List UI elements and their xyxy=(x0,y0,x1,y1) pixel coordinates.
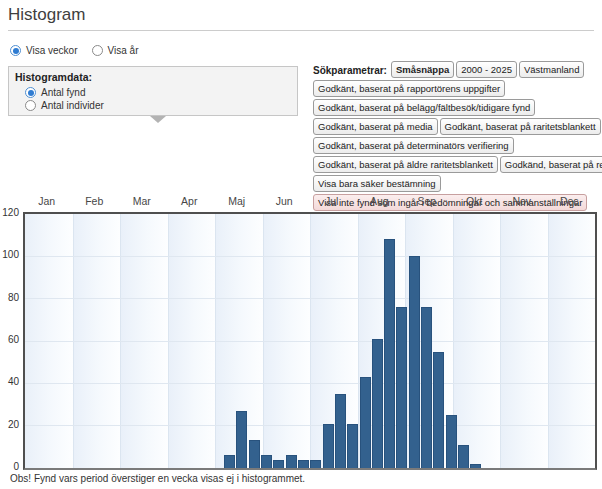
radio-label: Visa år xyxy=(108,45,139,56)
histogram-bar-week-29 xyxy=(335,394,346,468)
histogram-bar-week-38 xyxy=(446,415,457,468)
search-params-label: Sökparametrar: xyxy=(313,65,387,76)
histogram-bar-week-23 xyxy=(261,455,272,468)
histogram-bar-week-21 xyxy=(236,411,247,468)
histogram-bar-week-36 xyxy=(421,307,432,468)
search-parameter-tag: Godkänd, baserat på referens xyxy=(500,156,602,173)
view-option-visa-veckor[interactable]: Visa veckor xyxy=(10,45,78,56)
histogramdata-option-antal-individer[interactable]: Antal individer xyxy=(25,100,297,111)
radio-label: Antal fynd xyxy=(41,87,85,98)
radio-label: Visa veckor xyxy=(26,45,78,56)
histogram-bar-week-26 xyxy=(298,460,309,468)
histogram-bar-week-25 xyxy=(286,455,297,468)
search-parameter-tag: Småsnäppa xyxy=(391,61,454,78)
gridline xyxy=(25,383,595,384)
month-label: Nov xyxy=(498,195,546,207)
histogram-bar-week-34 xyxy=(396,307,407,468)
gridline xyxy=(25,425,595,426)
month-label: Jun xyxy=(261,195,309,207)
month-label: Aug xyxy=(356,195,404,207)
month-label: Sep xyxy=(403,195,451,207)
y-axis-tick-label: 60 xyxy=(0,334,19,345)
y-axis-tick-label: 20 xyxy=(0,419,19,430)
month-label: Maj xyxy=(213,195,261,207)
y-axis-tick-label: 0 xyxy=(0,461,19,472)
search-parameter-tag: Godkänt, baserat på media xyxy=(313,118,438,135)
y-axis-tick-label: 80 xyxy=(0,292,19,303)
histogramdata-radio-group: Antal fyndAntal individer xyxy=(9,87,297,111)
histogram-bar-week-22 xyxy=(249,440,260,468)
search-parameter-tag: Godkänt, baserat på belägg/fältbesök/tid… xyxy=(313,99,535,116)
param-row: Sökparametrar:Småsnäppa2000 - 2025Västma… xyxy=(313,61,602,78)
y-axis-tick-label: 120 xyxy=(0,207,19,218)
view-mode-radio-group: Visa veckorVisa år xyxy=(10,42,152,60)
histogram-bar-week-40 xyxy=(470,464,481,468)
param-row: Godkänt, baserat på belägg/fältbesök/tid… xyxy=(313,99,602,116)
gridline xyxy=(25,256,595,257)
histogram-bar-week-39 xyxy=(458,445,469,468)
month-label: Jan xyxy=(23,195,71,207)
plot-area xyxy=(23,212,597,470)
radio-selected-icon[interactable] xyxy=(10,45,21,56)
histogram-bar-week-28 xyxy=(323,424,334,468)
radio-icon[interactable] xyxy=(92,45,103,56)
param-row: Godkänt, baserat på rapportörens uppgift… xyxy=(313,80,602,97)
histogram-bar-week-30 xyxy=(347,424,358,468)
radio-selected-icon[interactable] xyxy=(25,87,36,98)
search-parameter-tag: Godkänt, baserat på äldre raritetsblanke… xyxy=(313,156,498,173)
month-label: Okt xyxy=(451,195,499,207)
param-row: Godkänt, baserat på mediaGodkänt, basera… xyxy=(313,118,602,135)
param-row: Godkänt, baserat på äldre raritetsblanke… xyxy=(313,156,602,173)
histogram-bar-week-20 xyxy=(224,455,235,468)
y-axis-tick-label: 40 xyxy=(0,376,19,387)
gridline xyxy=(25,341,595,342)
search-parameter-tag: Godkänt, baserat på rapportörens uppgift… xyxy=(313,80,505,97)
month-label: Apr xyxy=(166,195,214,207)
histogram-bar-week-32 xyxy=(372,339,383,468)
y-axis-tick-label: 100 xyxy=(0,249,19,260)
param-row: Godkänt, baserat på determinatörs verifi… xyxy=(313,137,602,154)
histogram-bar-week-31 xyxy=(360,377,371,468)
search-parameter-tag: 2000 - 2025 xyxy=(456,61,517,78)
chart-footnote: Obs! Fynd vars period överstiger en veck… xyxy=(10,473,305,484)
month-label: Dec xyxy=(546,195,594,207)
month-label: Feb xyxy=(71,195,119,207)
histogramdata-box-title: Histogramdata: xyxy=(9,67,297,85)
view-option-visa-r[interactable]: Visa år xyxy=(92,45,139,56)
histogram-bar-week-37 xyxy=(433,352,444,468)
radio-label: Antal individer xyxy=(41,100,104,111)
radio-icon[interactable] xyxy=(25,100,36,111)
histogram-bar-week-35 xyxy=(409,256,420,468)
page-title: Histogram xyxy=(8,5,85,25)
search-parameter-tag: Godkänt, baserat på determinatörs verifi… xyxy=(313,137,514,154)
month-label: Jul xyxy=(308,195,356,207)
month-label: Mar xyxy=(118,195,166,207)
search-parameter-tag: Visa bara säker bestämning xyxy=(313,175,441,192)
histogramdata-box: Histogramdata: Antal fyndAntal individer xyxy=(8,66,298,116)
param-row: Visa bara säker bestämning xyxy=(313,175,602,192)
histogram-bar-week-33 xyxy=(384,239,395,468)
search-parameter-tag: Godkänt, baserat på raritetsblankett xyxy=(440,118,601,135)
histogram-bar-week-27 xyxy=(310,460,321,468)
histogram-bar-week-24 xyxy=(273,460,284,468)
histogram-page: Histogram Visa veckorVisa år Histogramda… xyxy=(0,0,602,489)
search-parameter-tag: Västmanland xyxy=(519,61,584,78)
title-divider xyxy=(8,30,594,31)
histogramdata-option-antal-fynd[interactable]: Antal fynd xyxy=(25,87,297,98)
box-pointer-arrow xyxy=(150,116,166,123)
gridline xyxy=(25,298,595,299)
